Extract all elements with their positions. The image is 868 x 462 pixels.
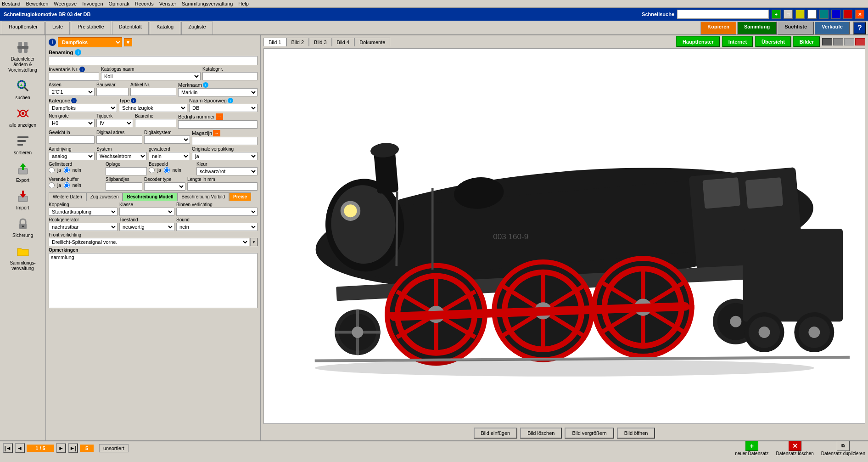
category-dropdown[interactable]: Dampfloks bbox=[58, 37, 122, 47]
magazijn-input[interactable]: Vitrine bbox=[192, 137, 258, 145]
sidebar-btn-datenfelder[interactable]: Datenfelder ändern & Voreinstellung bbox=[2, 37, 44, 75]
menu-help[interactable]: Help bbox=[238, 1, 249, 6]
sidebar-btn-sicherung[interactable]: Sicherung bbox=[2, 214, 44, 240]
originale-select[interactable]: ja nein bbox=[192, 152, 258, 160]
lengte-input[interactable]: 277 mm bbox=[187, 182, 258, 191]
tijdperk-select[interactable]: IV bbox=[96, 119, 133, 127]
bedrijfs-nummer-arrow[interactable]: → bbox=[216, 113, 223, 120]
unsorted-button[interactable]: unsortiert bbox=[99, 444, 129, 452]
btn-datensatz-loschen[interactable]: ✕ Datensatz löschen bbox=[776, 441, 814, 456]
tab-hauptfenster[interactable]: Hauptfenster bbox=[2, 22, 45, 34]
img-tab-bild1[interactable]: Bild 1 bbox=[263, 38, 286, 46]
form-tab-beschreibung-modell[interactable]: Beschreibung Modell bbox=[123, 192, 177, 201]
window-btn-4[interactable] bbox=[819, 10, 829, 19]
menu-bewerken[interactable]: Bewerken bbox=[26, 1, 48, 6]
koppeling-select[interactable]: Standartkupplung bbox=[49, 208, 118, 216]
tab-datenblatt[interactable]: Datenblatt bbox=[112, 22, 149, 34]
gelimiteerd-nein-radio[interactable] bbox=[64, 167, 70, 173]
img-color-btn-3[interactable] bbox=[844, 38, 854, 45]
form-tab-weitere-daten[interactable]: Weitere Daten bbox=[49, 192, 86, 201]
img-tab-bild4[interactable]: Bild 4 bbox=[332, 38, 355, 46]
search-go-button[interactable]: + bbox=[772, 10, 781, 19]
btn-kopieren[interactable]: Kopieren bbox=[700, 22, 736, 34]
btn-ubersicht-right[interactable]: Übersicht bbox=[755, 36, 791, 47]
btn-suchliste[interactable]: Suchliste bbox=[778, 22, 814, 34]
btn-bild-loschen[interactable]: Bild löschen bbox=[520, 428, 562, 439]
window-btn-1[interactable]: □ bbox=[784, 10, 793, 19]
benaming-info-btn[interactable]: i bbox=[75, 49, 81, 56]
sidebar-btn-alle-anzeigen[interactable]: alle anzeigen bbox=[2, 103, 44, 130]
klasse-select[interactable] bbox=[119, 208, 174, 216]
sidebar-btn-sammlungsverwaltung[interactable]: Sammlungs- verwaltung bbox=[2, 241, 44, 273]
nav-first-button[interactable]: |◄ bbox=[3, 443, 13, 453]
kategorie-select[interactable]: Dampfloks bbox=[49, 104, 117, 112]
katalognr-input[interactable] bbox=[202, 72, 258, 80]
aandrijving-select[interactable]: analog bbox=[49, 152, 95, 160]
nav-next-button[interactable]: ► bbox=[56, 443, 66, 453]
menu-opmarak[interactable]: Opmarak bbox=[109, 1, 129, 6]
baujwaar-input[interactable]: 2000 bbox=[96, 88, 129, 96]
search-input[interactable] bbox=[677, 10, 769, 19]
assen-select[interactable]: 2'C'1 bbox=[49, 88, 95, 96]
btn-bild-vergroern[interactable]: Bild vergrößern bbox=[565, 428, 614, 439]
oplage-input[interactable] bbox=[106, 167, 147, 175]
nen-grote-select[interactable]: H0 bbox=[49, 119, 95, 127]
kleur-select[interactable]: schwarz/rot bbox=[196, 167, 258, 175]
verende-ja-radio[interactable] bbox=[49, 182, 55, 188]
gewateerd-select[interactable]: nein ja bbox=[149, 152, 190, 160]
gewicht-input[interactable] bbox=[49, 135, 95, 144]
img-color-btn-2[interactable] bbox=[833, 38, 843, 45]
tab-preistabelle[interactable]: Preistabelle bbox=[71, 22, 111, 34]
menu-bestand[interactable]: Bestand bbox=[2, 1, 20, 6]
window-btn-6[interactable] bbox=[843, 10, 852, 19]
bedrijfs-nummer-input[interactable]: 003 160-9 bbox=[178, 120, 258, 129]
sidebar-btn-export[interactable]: Export bbox=[2, 158, 44, 185]
btn-datensatz-duplizieren[interactable]: ⧉ Datensatz duplizieren bbox=[821, 441, 865, 456]
window-btn-5[interactable] bbox=[831, 10, 840, 19]
category-dropdown-btn[interactable]: ▼ bbox=[124, 38, 132, 46]
img-tab-bild3[interactable]: Bild 3 bbox=[309, 38, 332, 46]
sidebar-btn-suchen[interactable]: + suchen bbox=[2, 76, 44, 102]
tab-zugliste[interactable]: Zugliste bbox=[181, 22, 213, 34]
gelimiteerd-ja-radio[interactable] bbox=[49, 167, 55, 173]
front-verlichting-select[interactable]: Dreilicht-Spitzensignal vorne. bbox=[49, 238, 249, 246]
img-tab-bild2[interactable]: Bild 2 bbox=[286, 38, 309, 46]
img-color-btn-1[interactable] bbox=[822, 38, 832, 45]
btn-bilder-right[interactable]: Bilder bbox=[793, 36, 820, 47]
katalogus-naam-select[interactable]: Koll bbox=[101, 72, 201, 80]
toestand-select[interactable]: neuwertig bbox=[119, 223, 174, 231]
sidebar-btn-sortieren[interactable]: sortieren bbox=[2, 131, 44, 158]
btn-bild-offnen[interactable]: Bild öffnen bbox=[617, 428, 655, 439]
baureihe-input[interactable]: BR 03 bbox=[135, 119, 176, 127]
close-button[interactable]: ✕ bbox=[855, 10, 864, 19]
menu-sammlungsverwaltung[interactable]: Sammlungsverwaltung bbox=[182, 1, 233, 6]
btn-sammlung[interactable]: Sammlung bbox=[737, 22, 777, 34]
opmerkingen-textarea[interactable]: sammlung bbox=[49, 253, 258, 308]
menu-invoegen[interactable]: Invoegen bbox=[82, 1, 103, 6]
digitaal-adres-input[interactable] bbox=[96, 135, 142, 144]
artikel-nr-input[interactable]: 3085 bbox=[130, 88, 176, 96]
bespeeld-nein-radio[interactable] bbox=[164, 167, 170, 173]
system-select[interactable]: Wechselstrom bbox=[96, 152, 147, 160]
img-color-btn-4[interactable] bbox=[855, 38, 865, 45]
benaming-input[interactable]: Schnellzuglokomotive BR 03 der DB bbox=[49, 56, 258, 65]
magazijn-arrow[interactable]: → bbox=[213, 130, 220, 136]
bespeeld-ja-radio[interactable] bbox=[149, 167, 155, 173]
tab-liste[interactable]: Liste bbox=[45, 22, 70, 34]
verende-nein-radio[interactable] bbox=[64, 182, 70, 188]
window-btn-2[interactable] bbox=[795, 10, 805, 19]
tab-katalog[interactable]: Katalog bbox=[150, 22, 180, 34]
binnen-select[interactable] bbox=[176, 208, 258, 216]
form-tab-beschreibung-vorbild[interactable]: Beschreibung Vorbild bbox=[178, 192, 230, 201]
type-select[interactable]: Schnellzuglok bbox=[119, 104, 187, 112]
window-btn-3[interactable] bbox=[807, 10, 817, 19]
rookgenerator-select[interactable]: nachrustbar bbox=[49, 223, 118, 231]
info-button-cat[interactable]: i bbox=[49, 39, 56, 46]
naam-spoorweg-select[interactable]: DB bbox=[189, 104, 258, 112]
front-verlichting-btn[interactable]: ▼ bbox=[250, 238, 258, 246]
nav-last-button[interactable]: ►| bbox=[68, 443, 78, 453]
btn-internet-right[interactable]: Internet bbox=[722, 36, 753, 47]
btn-hauptfenster-right[interactable]: Hauptfenster bbox=[676, 36, 720, 47]
merknaam-select[interactable]: Marklin bbox=[178, 88, 258, 96]
btn-verkaufe[interactable]: Verkaufe bbox=[815, 22, 850, 34]
